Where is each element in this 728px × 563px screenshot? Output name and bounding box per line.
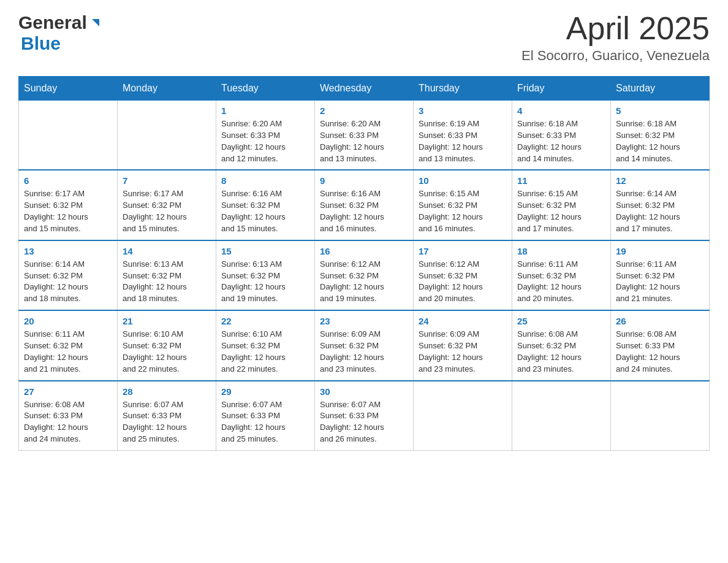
day-number: 13	[24, 246, 112, 256]
day-number: 21	[123, 316, 211, 326]
calendar-cell	[414, 381, 512, 451]
calendar-cell: 29Sunrise: 6:07 AM Sunset: 6:33 PM Dayli…	[216, 381, 315, 451]
svg-marker-0	[92, 19, 99, 26]
day-info: Sunrise: 6:08 AM Sunset: 6:33 PM Dayligh…	[24, 399, 112, 445]
calendar-cell: 6Sunrise: 6:17 AM Sunset: 6:32 PM Daylig…	[19, 170, 118, 240]
calendar-cell	[118, 101, 216, 170]
day-info: Sunrise: 6:07 AM Sunset: 6:33 PM Dayligh…	[320, 399, 408, 445]
day-number: 2	[320, 105, 408, 116]
calendar-cell: 19Sunrise: 6:11 AM Sunset: 6:32 PM Dayli…	[611, 240, 710, 310]
title-section: April 2025 El Socorro, Guarico, Venezuel…	[521, 12, 710, 64]
day-info: Sunrise: 6:15 AM Sunset: 6:32 PM Dayligh…	[517, 188, 605, 234]
day-number: 25	[517, 316, 605, 326]
col-header-sunday: Sunday	[19, 77, 118, 101]
day-info: Sunrise: 6:19 AM Sunset: 6:33 PM Dayligh…	[419, 118, 507, 164]
calendar-cell: 18Sunrise: 6:11 AM Sunset: 6:32 PM Dayli…	[512, 240, 611, 310]
calendar-week-row: 20Sunrise: 6:11 AM Sunset: 6:32 PM Dayli…	[19, 310, 710, 380]
calendar-cell: 24Sunrise: 6:09 AM Sunset: 6:32 PM Dayli…	[414, 310, 512, 380]
day-number: 23	[320, 316, 408, 326]
day-number: 29	[221, 386, 309, 397]
day-info: Sunrise: 6:18 AM Sunset: 6:33 PM Dayligh…	[517, 118, 605, 164]
logo-triangle-icon	[88, 17, 102, 30]
day-number: 16	[320, 246, 408, 256]
month-title: April 2025	[521, 12, 710, 44]
day-info: Sunrise: 6:10 AM Sunset: 6:32 PM Dayligh…	[221, 329, 309, 375]
day-info: Sunrise: 6:14 AM Sunset: 6:32 PM Dayligh…	[616, 188, 704, 234]
calendar-cell: 16Sunrise: 6:12 AM Sunset: 6:32 PM Dayli…	[315, 240, 414, 310]
calendar-week-row: 1Sunrise: 6:20 AM Sunset: 6:33 PM Daylig…	[19, 101, 710, 170]
calendar-week-row: 27Sunrise: 6:08 AM Sunset: 6:33 PM Dayli…	[19, 381, 710, 451]
day-number: 20	[24, 316, 112, 326]
calendar-cell: 3Sunrise: 6:19 AM Sunset: 6:33 PM Daylig…	[414, 101, 512, 170]
day-number: 10	[419, 175, 507, 186]
day-info: Sunrise: 6:11 AM Sunset: 6:32 PM Dayligh…	[616, 259, 704, 305]
calendar-cell: 13Sunrise: 6:14 AM Sunset: 6:32 PM Dayli…	[19, 240, 118, 310]
day-info: Sunrise: 6:09 AM Sunset: 6:32 PM Dayligh…	[419, 329, 507, 375]
calendar-cell: 25Sunrise: 6:08 AM Sunset: 6:32 PM Dayli…	[512, 310, 611, 380]
calendar-cell: 20Sunrise: 6:11 AM Sunset: 6:32 PM Dayli…	[19, 310, 118, 380]
day-number: 18	[517, 246, 605, 256]
col-header-friday: Friday	[512, 77, 611, 101]
day-number: 3	[419, 105, 507, 116]
calendar-cell	[512, 381, 611, 451]
calendar-table: SundayMondayTuesdayWednesdayThursdayFrid…	[18, 76, 710, 451]
day-info: Sunrise: 6:16 AM Sunset: 6:32 PM Dayligh…	[221, 188, 309, 234]
calendar-cell: 9Sunrise: 6:16 AM Sunset: 6:32 PM Daylig…	[315, 170, 414, 240]
calendar-cell: 7Sunrise: 6:17 AM Sunset: 6:32 PM Daylig…	[118, 170, 216, 240]
day-number: 14	[123, 246, 211, 256]
calendar-cell: 2Sunrise: 6:20 AM Sunset: 6:33 PM Daylig…	[315, 101, 414, 170]
day-info: Sunrise: 6:17 AM Sunset: 6:32 PM Dayligh…	[24, 188, 112, 234]
day-info: Sunrise: 6:14 AM Sunset: 6:32 PM Dayligh…	[24, 259, 112, 305]
col-header-tuesday: Tuesday	[216, 77, 315, 101]
day-number: 27	[24, 386, 112, 397]
calendar-cell: 12Sunrise: 6:14 AM Sunset: 6:32 PM Dayli…	[611, 170, 710, 240]
day-number: 6	[24, 175, 112, 186]
day-number: 9	[320, 175, 408, 186]
location-text: El Socorro, Guarico, Venezuela	[521, 48, 710, 64]
day-info: Sunrise: 6:07 AM Sunset: 6:33 PM Dayligh…	[221, 399, 309, 445]
day-number: 30	[320, 386, 408, 397]
calendar-header-row: SundayMondayTuesdayWednesdayThursdayFrid…	[19, 77, 710, 101]
calendar-cell: 8Sunrise: 6:16 AM Sunset: 6:32 PM Daylig…	[216, 170, 315, 240]
day-number: 7	[123, 175, 211, 186]
day-info: Sunrise: 6:18 AM Sunset: 6:32 PM Dayligh…	[616, 118, 704, 164]
day-info: Sunrise: 6:20 AM Sunset: 6:33 PM Dayligh…	[221, 118, 309, 164]
day-info: Sunrise: 6:17 AM Sunset: 6:32 PM Dayligh…	[123, 188, 211, 234]
day-info: Sunrise: 6:12 AM Sunset: 6:32 PM Dayligh…	[320, 259, 408, 305]
page-header: General Blue April 2025 El Socorro, Guar…	[18, 12, 710, 64]
day-info: Sunrise: 6:20 AM Sunset: 6:33 PM Dayligh…	[320, 118, 408, 164]
day-number: 24	[419, 316, 507, 326]
col-header-saturday: Saturday	[611, 77, 710, 101]
calendar-cell: 11Sunrise: 6:15 AM Sunset: 6:32 PM Dayli…	[512, 170, 611, 240]
day-number: 15	[221, 246, 309, 256]
logo: General Blue	[18, 12, 102, 54]
calendar-cell: 4Sunrise: 6:18 AM Sunset: 6:33 PM Daylig…	[512, 101, 611, 170]
day-info: Sunrise: 6:08 AM Sunset: 6:32 PM Dayligh…	[517, 329, 605, 375]
calendar-cell: 15Sunrise: 6:13 AM Sunset: 6:32 PM Dayli…	[216, 240, 315, 310]
col-header-monday: Monday	[118, 77, 216, 101]
day-number: 28	[123, 386, 211, 397]
calendar-cell: 23Sunrise: 6:09 AM Sunset: 6:32 PM Dayli…	[315, 310, 414, 380]
logo-general-text: General	[18, 12, 87, 33]
calendar-cell: 30Sunrise: 6:07 AM Sunset: 6:33 PM Dayli…	[315, 381, 414, 451]
day-number: 4	[517, 105, 605, 116]
day-number: 26	[616, 316, 704, 326]
calendar-cell: 28Sunrise: 6:07 AM Sunset: 6:33 PM Dayli…	[118, 381, 216, 451]
calendar-cell	[19, 101, 118, 170]
calendar-cell: 21Sunrise: 6:10 AM Sunset: 6:32 PM Dayli…	[118, 310, 216, 380]
day-number: 12	[616, 175, 704, 186]
day-info: Sunrise: 6:16 AM Sunset: 6:32 PM Dayligh…	[320, 188, 408, 234]
calendar-cell: 22Sunrise: 6:10 AM Sunset: 6:32 PM Dayli…	[216, 310, 315, 380]
day-info: Sunrise: 6:11 AM Sunset: 6:32 PM Dayligh…	[517, 259, 605, 305]
calendar-cell: 26Sunrise: 6:08 AM Sunset: 6:33 PM Dayli…	[611, 310, 710, 380]
calendar-cell: 5Sunrise: 6:18 AM Sunset: 6:32 PM Daylig…	[611, 101, 710, 170]
day-info: Sunrise: 6:12 AM Sunset: 6:32 PM Dayligh…	[419, 259, 507, 305]
day-number: 5	[616, 105, 704, 116]
day-info: Sunrise: 6:08 AM Sunset: 6:33 PM Dayligh…	[616, 329, 704, 375]
day-info: Sunrise: 6:09 AM Sunset: 6:32 PM Dayligh…	[320, 329, 408, 375]
calendar-cell	[611, 381, 710, 451]
day-info: Sunrise: 6:07 AM Sunset: 6:33 PM Dayligh…	[123, 399, 211, 445]
calendar-cell: 17Sunrise: 6:12 AM Sunset: 6:32 PM Dayli…	[414, 240, 512, 310]
day-number: 1	[221, 105, 309, 116]
logo-blue-text: Blue	[21, 33, 61, 53]
